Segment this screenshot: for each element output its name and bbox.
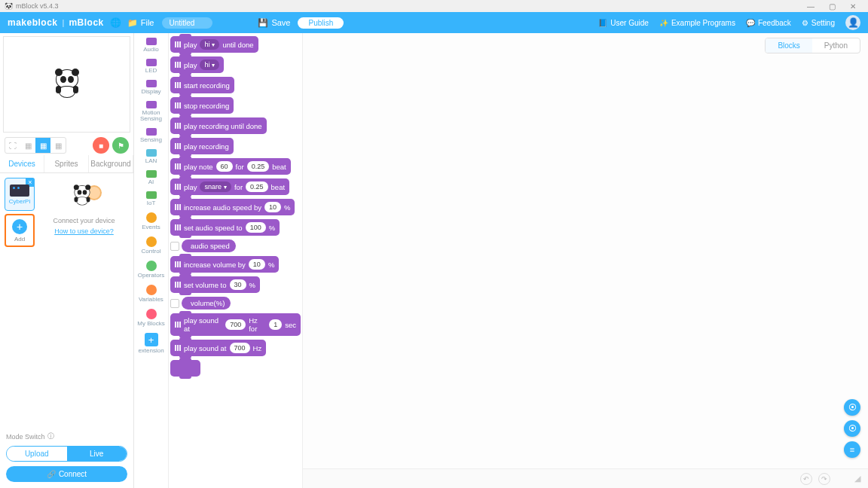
setting-link[interactable]: ⚙Setting [802, 19, 835, 27]
block-play-until-done[interactable]: playhiuntil done [170, 36, 258, 53]
window-title: mBlock v5.4.3 [16, 2, 59, 10]
script-canvas[interactable]: Blocks Python ⦿ ⦿ ≡ ↶ ↷ ◢ [303, 33, 868, 488]
reporter-checkbox[interactable] [170, 299, 179, 308]
project-title-input[interactable]: Untitled [162, 17, 213, 29]
info-icon[interactable]: ⓘ [47, 432, 54, 441]
feedback-link[interactable]: 💬Feedback [746, 19, 791, 27]
category-events[interactable]: Events [134, 211, 168, 232]
stage-grid-large-button[interactable]: ▦ [50, 138, 66, 153]
category-sensing[interactable]: Sensing [134, 127, 168, 145]
zoom-fit-button[interactable]: ≡ [844, 441, 860, 458]
category-color-icon [146, 191, 157, 199]
close-window-button[interactable]: ✕ [842, 2, 863, 11]
category-color-icon [146, 59, 157, 66]
stage-grid-med-button[interactable]: ▦ [35, 138, 50, 153]
mode-live[interactable]: Live [67, 447, 127, 461]
category-lan[interactable]: LAN [134, 148, 168, 166]
category-variables[interactable]: Variables [134, 283, 168, 304]
block-play[interactable]: playhi [170, 56, 224, 73]
category-label: Control [142, 249, 161, 255]
how-to-use-link[interactable]: How to use device? [54, 227, 114, 235]
save-button[interactable]: 💾Save [258, 18, 290, 28]
category-color-icon [146, 38, 157, 45]
minimize-button[interactable]: — [800, 2, 821, 11]
redo-button[interactable]: ↷ [818, 473, 830, 485]
category-color-icon [146, 212, 157, 223]
reporter-volume[interactable]: volume(%) [170, 297, 301, 310]
stop-button[interactable]: ■ [93, 137, 109, 154]
stage[interactable] [3, 36, 130, 133]
device-cyberpi-card[interactable]: × CyberPi [5, 178, 35, 211]
block-stop-recording[interactable]: stop recording [170, 97, 234, 114]
app-icon: 🐼 [5, 2, 13, 10]
category-label: My Blocks [137, 321, 164, 327]
category-control[interactable]: Control [134, 235, 168, 256]
block-play-drum[interactable]: playsnarefor0.25beat [170, 178, 289, 195]
plus-icon: + [12, 219, 27, 234]
category-label: Audio [143, 47, 158, 53]
category-ai[interactable]: AI [134, 169, 168, 187]
toggle-python[interactable]: Python [812, 38, 860, 53]
category-label: Motion Sensing [134, 110, 168, 122]
category-extension[interactable]: +extension [134, 331, 168, 355]
category-color-icon [146, 128, 157, 136]
block-set-volume[interactable]: set volume to30% [170, 276, 260, 293]
connect-button[interactable]: 🔗Connect [6, 466, 127, 482]
add-device-button[interactable]: + Add [5, 214, 35, 247]
zoom-in-button[interactable]: ⦿ [844, 399, 860, 416]
resize-handle[interactable]: ◢ [854, 474, 860, 483]
category-led[interactable]: LED [134, 57, 168, 75]
mode-upload[interactable]: Upload [7, 447, 67, 461]
block-play-note[interactable]: play note60for0.25beat [170, 158, 291, 175]
tab-sprites[interactable]: Sprites [44, 155, 89, 172]
category-label: LED [145, 68, 157, 74]
user-guide-link[interactable]: 📘User Guide [598, 19, 649, 27]
category-motion-sensing[interactable]: Motion Sensing [134, 99, 168, 124]
category-label: Events [142, 224, 160, 230]
category-my-blocks[interactable]: My Blocks [134, 307, 168, 328]
publish-button[interactable]: Publish [298, 17, 344, 29]
category-audio[interactable]: Audio [134, 36, 168, 54]
os-titlebar: 🐼 mBlock v5.4.3 — ▢ ✕ [0, 0, 868, 12]
category-display[interactable]: Display [134, 78, 168, 96]
add-label: Add [14, 236, 25, 242]
language-icon[interactable]: 🌐 [110, 17, 121, 28]
reporter-audio-speed[interactable]: audio speed [170, 239, 301, 252]
undo-button[interactable]: ↶ [800, 473, 812, 485]
tab-devices[interactable]: Devices [0, 155, 44, 172]
block-play-recording[interactable]: play recording [170, 138, 234, 154]
zoom-out-button[interactable]: ⦿ [844, 420, 860, 437]
block-play-sound-hz-for[interactable]: play sound at700Hz for1sec [170, 313, 301, 336]
plus-icon: + [145, 333, 158, 346]
block-play-sound-hz[interactable]: play sound at700Hz [170, 340, 266, 356]
device-thumb [10, 185, 29, 197]
mode-switch-toggle[interactable]: Upload Live [6, 446, 127, 462]
gear-icon: ⚙ [802, 19, 808, 27]
user-avatar[interactable]: 👤 [845, 15, 860, 30]
category-operators[interactable]: Operators [134, 259, 168, 280]
block-play-recording-until-done[interactable]: play recording until done [170, 117, 267, 134]
go-flag-button[interactable]: ⚑ [112, 137, 129, 154]
canvas-footer: ↶ ↷ ◢ [303, 468, 868, 488]
tab-background[interactable]: Background [89, 155, 133, 172]
toggle-blocks[interactable]: Blocks [766, 38, 811, 53]
maximize-button[interactable]: ▢ [821, 2, 842, 11]
category-iot[interactable]: IoT [134, 190, 168, 208]
stage-grid-small-button[interactable]: ▦ [20, 138, 35, 153]
reporter-checkbox[interactable] [170, 242, 179, 251]
file-menu[interactable]: 📁File [127, 18, 154, 28]
block-set-speed[interactable]: set audio speed to100% [170, 219, 280, 236]
example-programs-link[interactable]: ✨Example Programs [659, 19, 735, 27]
sparkle-icon: ✨ [659, 19, 668, 27]
block-start-recording[interactable]: start recording [170, 77, 234, 93]
panda-sprite[interactable] [53, 69, 81, 99]
block-increase-speed[interactable]: increase audio speed by10% [170, 199, 295, 215]
block-increase-volume[interactable]: increase volume by10% [170, 256, 279, 273]
stage-fullscreen-button[interactable]: ⛶ [5, 138, 20, 153]
mode-switch-label: Mode Switchⓘ [6, 432, 127, 441]
blocks-palette[interactable]: playhiuntil done playhi start recording … [169, 33, 303, 488]
main-area: ⛶ ▦ ▦ ▦ ■ ⚑ Devices Sprites Background ×… [0, 33, 868, 488]
block-partial-bottom[interactable] [170, 360, 200, 377]
category-label: Display [141, 89, 160, 95]
device-name-label: CyberPi [9, 198, 30, 205]
